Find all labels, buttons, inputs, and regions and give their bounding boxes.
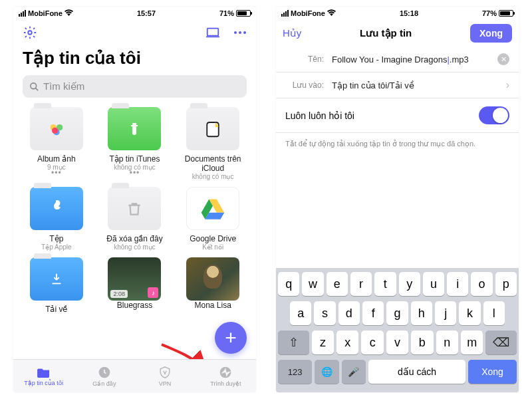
video-thumb: 2:08 ♪ xyxy=(108,257,161,301)
tile-more-icon[interactable]: ••• xyxy=(130,171,140,175)
image-thumb xyxy=(186,257,239,301)
key-q[interactable]: q xyxy=(278,272,299,296)
clock: 15:57 xyxy=(137,9,156,17)
add-button[interactable]: + xyxy=(215,322,247,354)
cancel-button[interactable]: Hủy xyxy=(283,27,301,39)
key-backspace[interactable]: ⌫ xyxy=(485,331,517,354)
tile-gdrive[interactable]: Google Drive Kết nối xyxy=(174,187,252,251)
key-row-1: q w e r t y u i o p xyxy=(278,272,517,296)
nav-bar: Hủy Lưu tập tin Xong xyxy=(276,20,519,47)
key-return[interactable]: Xong xyxy=(468,360,517,384)
folder-icon xyxy=(30,107,83,150)
key-t[interactable]: t xyxy=(374,272,396,296)
key-y[interactable]: y xyxy=(399,272,420,296)
key-h[interactable]: h xyxy=(411,301,432,325)
key-g[interactable]: g xyxy=(386,301,408,325)
status-bar: MobiFone 15:18 77% xyxy=(276,7,519,20)
key-w[interactable]: w xyxy=(302,272,323,296)
name-label: Tên: xyxy=(285,55,324,64)
tile-trash[interactable]: Đã xóa gần đây không có mục xyxy=(96,187,174,251)
toggle-label: Luôn luôn hỏi tôi xyxy=(285,110,354,121)
saveto-row[interactable]: Lưu vào: Tập tin của tôi/Tải về › xyxy=(276,72,519,98)
folder-icon xyxy=(30,257,83,301)
wifi-icon xyxy=(327,9,336,17)
key-n[interactable]: n xyxy=(436,331,458,354)
key-m[interactable]: m xyxy=(461,331,483,354)
svg-point-5 xyxy=(31,82,37,88)
tab-browser[interactable]: Trình duyệt xyxy=(196,360,256,392)
key-123[interactable]: 123 xyxy=(278,360,312,384)
key-shift[interactable]: ⇧ xyxy=(278,331,309,354)
carrier-label: MobiFone xyxy=(28,9,63,17)
ask-toggle[interactable] xyxy=(479,106,509,124)
tile-monalisa[interactable]: Mona Lisa xyxy=(174,257,252,314)
left-screen: MobiFone 15:57 71% Tập tin của tôi Tìm k… xyxy=(13,7,256,392)
tile-downloads[interactable]: Tải về xyxy=(17,257,96,314)
page-title: Tập tin của tôi xyxy=(13,45,256,75)
filename-input[interactable]: Follow You - Imagine Dragons|.mp3 xyxy=(332,55,497,65)
clock: 15:18 xyxy=(400,9,418,17)
tab-recent[interactable]: Gần đây xyxy=(74,360,134,392)
tile-icloud[interactable]: Documents trên iCloud không có mục xyxy=(174,107,252,180)
key-j[interactable]: j xyxy=(435,301,456,325)
key-z[interactable]: z xyxy=(312,331,334,354)
tile-files[interactable]: Tệp Tệp Apple xyxy=(17,187,96,251)
svg-point-3 xyxy=(239,31,241,34)
done-button[interactable]: Xong xyxy=(470,24,512,43)
tab-files[interactable]: Tập tin của tôi xyxy=(13,360,74,392)
key-row-3: ⇧ z x c v b n m ⌫ xyxy=(278,331,517,354)
key-space[interactable]: dấu cách xyxy=(368,360,466,384)
tile-itunes[interactable]: Tập tin iTunes không có mục ••• xyxy=(96,107,174,180)
tile-bluegrass[interactable]: 2:08 ♪ Bluegrass xyxy=(96,257,174,314)
key-r[interactable]: r xyxy=(350,272,372,296)
wifi-icon xyxy=(65,9,73,17)
battery-pct: 71% xyxy=(219,9,234,17)
svg-point-4 xyxy=(243,31,246,34)
gdrive-icon xyxy=(186,187,239,230)
key-b[interactable]: b xyxy=(411,331,433,354)
key-v[interactable]: v xyxy=(386,331,408,354)
clear-icon[interactable]: ✕ xyxy=(497,53,509,65)
more-icon[interactable] xyxy=(233,31,247,35)
key-u[interactable]: u xyxy=(423,272,444,296)
key-row-2: a s d f g h j k l xyxy=(278,301,517,325)
key-c[interactable]: c xyxy=(361,331,383,354)
battery-pct: 77% xyxy=(482,9,497,17)
key-x[interactable]: x xyxy=(336,331,358,354)
key-k[interactable]: k xyxy=(459,301,480,325)
key-i[interactable]: i xyxy=(447,272,468,296)
ask-toggle-row: Luôn luôn hỏi tôi xyxy=(276,98,519,133)
key-p[interactable]: p xyxy=(495,272,517,296)
search-input[interactable]: Tìm kiếm xyxy=(23,75,247,98)
key-globe[interactable]: 🌐 xyxy=(315,360,338,384)
tile-more-icon[interactable]: ••• xyxy=(51,171,62,175)
key-o[interactable]: o xyxy=(471,272,492,296)
keyboard: q w e r t y u i o p a s d f g h j k l ⇧ … xyxy=(276,268,519,392)
folder-icon xyxy=(108,187,161,230)
svg-point-9 xyxy=(52,127,58,133)
tab-vpn[interactable]: VPN xyxy=(135,360,196,392)
battery-icon xyxy=(236,10,251,17)
laptop-icon[interactable] xyxy=(205,27,220,39)
key-l[interactable]: l xyxy=(483,301,505,325)
carrier-label: MobiFone xyxy=(291,9,325,17)
music-icon: ♪ xyxy=(148,287,158,298)
gear-icon[interactable] xyxy=(23,25,37,40)
right-screen: MobiFone 15:18 77% Hủy Lưu tập tin Xong … xyxy=(276,7,519,392)
battery-icon xyxy=(499,10,513,17)
status-bar: MobiFone 15:57 71% xyxy=(13,7,256,20)
saveto-value: Tập tin của tôi/Tải về xyxy=(332,80,506,90)
key-f[interactable]: f xyxy=(362,301,384,325)
tile-album[interactable]: Album ảnh 9 mục ••• xyxy=(17,107,96,180)
chevron-right-icon: › xyxy=(506,79,509,91)
key-s[interactable]: s xyxy=(314,301,335,325)
key-a[interactable]: a xyxy=(290,301,311,325)
svg-point-0 xyxy=(28,31,32,35)
top-toolbar xyxy=(13,20,256,45)
key-d[interactable]: d xyxy=(338,301,360,325)
key-mic[interactable]: 🎤 xyxy=(342,360,366,384)
signal-icon xyxy=(281,10,289,17)
saveto-label: Lưu vào: xyxy=(285,80,324,90)
filename-row[interactable]: Tên: Follow You - Imagine Dragons|.mp3 ✕ xyxy=(276,47,519,72)
key-e[interactable]: e xyxy=(327,272,348,296)
